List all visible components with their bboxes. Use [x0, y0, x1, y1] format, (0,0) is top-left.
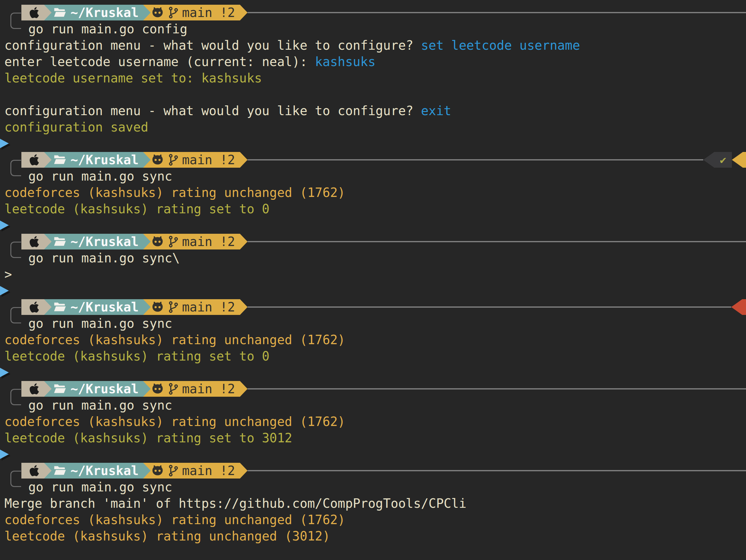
os-segment [21, 152, 44, 168]
folder-open-icon [54, 465, 66, 476]
segment-arrow [143, 463, 151, 478]
prompt-connector [10, 307, 21, 324]
command-text: go run main.go sync [0, 479, 746, 495]
github-octocat-icon [151, 383, 164, 394]
github-octocat-icon [151, 154, 164, 166]
prompt-rule [248, 388, 746, 390]
terminal-block: ~/Kruskalmain !2✔go run main.go synccode… [0, 152, 746, 217]
output-text: leetcode (kashsuks) rating unchanged (30… [4, 529, 330, 543]
git-segment: main !2 [143, 299, 240, 315]
prompt-bar: ~/Kruskalmain !2 [0, 381, 746, 397]
apple-icon [29, 383, 40, 395]
output-text: configuration menu - what would you like… [4, 104, 421, 118]
git-branch-icon [168, 464, 178, 477]
output-line: leetcode (kashsuks) rating set to 0 [0, 348, 746, 364]
segment-arrow [44, 152, 52, 168]
segment-arrow [240, 5, 248, 21]
segment-arrow [143, 381, 151, 397]
output-text: leetcode (kashsuks) rating set to 3012 [4, 431, 292, 445]
git-branch-label: main !2 [182, 463, 235, 479]
command-text: go run main.go sync [0, 315, 746, 332]
output-line: codeforces (kashsuks) rating unchanged (… [0, 332, 746, 348]
prompt-bar: ~/Kruskalmain !2 [0, 4, 746, 21]
duration-segment [743, 152, 746, 168]
prompt-connector [10, 160, 21, 176]
prompt-segments: ~/Kruskalmain !2 [21, 234, 248, 250]
terminal-block: ~/Kruskalmain !2go run main.go configcon… [0, 4, 746, 135]
os-segment [21, 463, 44, 478]
output-text: codeforces (kashsuks) rating unchanged (… [4, 333, 345, 347]
os-segment [21, 381, 44, 397]
prompt-rule [248, 159, 703, 161]
output-text: leetcode (kashsuks) rating set to 0 [4, 202, 269, 216]
directory-label: ~/Kruskal [70, 381, 139, 397]
apple-icon [29, 235, 40, 248]
folder-open-icon [54, 236, 66, 247]
git-segment: main !2 [143, 463, 240, 478]
prompt-segments: ~/Kruskalmain !2 [21, 5, 248, 21]
prompt-connector [10, 389, 21, 405]
segment-arrow [240, 152, 248, 168]
git-segment: main !2 [143, 234, 240, 250]
terminal-window[interactable]: ~/Kruskalmain !2go run main.go configcon… [0, 0, 746, 560]
marker-arrow [0, 368, 9, 377]
directory-label: ~/Kruskal [70, 152, 139, 168]
os-segment [21, 5, 44, 21]
github-octocat-icon [151, 236, 164, 247]
output-line: leetcode username set to: kashsuks [0, 70, 746, 86]
prompt-connector [10, 12, 21, 29]
marker-arrow [0, 221, 9, 230]
segment-arrow [44, 463, 52, 478]
status-error-segment-arrow [731, 299, 742, 315]
git-branch-icon [168, 235, 178, 248]
github-octocat-icon [151, 465, 164, 476]
github-octocat-icon [151, 7, 164, 18]
output-line: > [0, 266, 746, 282]
output-text: > [4, 267, 12, 282]
git-segment: main !2 [143, 381, 240, 397]
status-segment-arrow [703, 152, 714, 168]
segment-arrow [44, 234, 52, 250]
folder-open-icon [54, 302, 66, 312]
command-text: go run main.go config [0, 21, 746, 37]
output-line: configuration saved [0, 119, 746, 135]
segment-arrow [143, 299, 151, 315]
terminal-block: ~/Kruskalmain !2go run main.go synccodef… [0, 299, 746, 364]
output-line: leetcode (kashsuks) rating set to 3012 [0, 430, 746, 446]
output-line [0, 86, 746, 103]
command-text: go run main.go sync\ [0, 250, 746, 266]
github-octocat-icon [151, 301, 164, 313]
git-branch-icon [168, 153, 178, 166]
directory-label: ~/Kruskal [70, 299, 139, 315]
output-line: leetcode (kashsuks) rating unchanged (30… [0, 528, 746, 544]
git-branch-label: main !2 [182, 233, 235, 250]
marker-arrow [0, 286, 9, 296]
output-text: codeforces (kashsuks) rating unchanged (… [4, 185, 345, 200]
git-branch-label: main !2 [182, 381, 235, 397]
git-branch-icon [168, 6, 178, 19]
marker-arrow [0, 450, 9, 459]
directory-label: ~/Kruskal [70, 463, 139, 479]
segment-arrow [44, 299, 52, 315]
git-branch-icon [168, 301, 178, 313]
block-separator-row [0, 282, 746, 299]
prompt-bar: ~/Kruskalmain !2 [0, 299, 746, 315]
directory-segment: ~/Kruskal [44, 5, 143, 21]
segment-arrow [240, 299, 248, 315]
output-text: exit [421, 104, 451, 118]
output-line: Merge branch 'main' of https://github.co… [0, 495, 746, 511]
prompt-segments: ~/Kruskalmain !2 [21, 152, 248, 168]
block-separator-row [0, 446, 746, 463]
prompt-rule [248, 470, 746, 471]
output-text: configuration menu - what would you like… [4, 38, 421, 53]
output-line: codeforces (kashsuks) rating unchanged (… [0, 413, 746, 430]
directory-segment: ~/Kruskal [44, 463, 143, 478]
output-line: codeforces (kashsuks) rating unchanged (… [0, 511, 746, 528]
git-branch-label: main !2 [182, 4, 235, 21]
directory-segment: ~/Kruskal [44, 234, 143, 250]
output-text: set leetcode username [421, 38, 580, 53]
prompt-rule [248, 306, 731, 308]
apple-icon [29, 153, 40, 166]
output-text: Merge branch 'main' of https://github.co… [4, 496, 466, 511]
success-check-icon: ✔ [720, 152, 726, 168]
